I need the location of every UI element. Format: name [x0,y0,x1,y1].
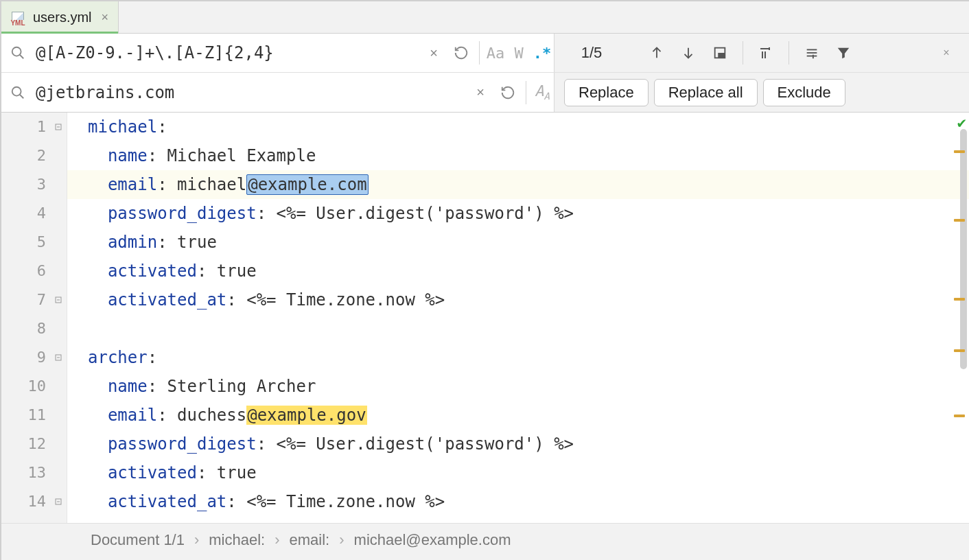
chevron-right-icon: › [339,531,344,549]
find-marker[interactable] [954,349,965,352]
tab-filename: users.yml [33,10,92,25]
svg-point-0 [12,47,21,56]
prev-match-icon[interactable] [644,40,670,66]
preserve-case-toggle[interactable]: AA [530,82,554,102]
tab-bar: YML users.yml × [1,1,969,34]
line-number: 6 [1,257,46,285]
code-line[interactable]: admin: true [67,228,969,257]
clear-find-icon[interactable]: × [420,39,447,67]
chevron-right-icon: › [275,531,279,549]
select-all-icon[interactable] [707,40,733,66]
find-marker[interactable] [954,298,965,301]
svg-line-13 [20,94,24,98]
code-line[interactable]: email: duchess@example.gov [67,401,969,430]
replace-input[interactable] [34,82,467,103]
breadcrumb-item[interactable]: Document 1/1 [91,531,185,549]
new-window-icon[interactable] [753,40,779,66]
replace-all-button[interactable]: Replace all [654,79,758,106]
code-line[interactable]: password_digest: <%= User.digest('passwo… [67,199,969,228]
find-replace-panel: × Aa W .* 1/5 [1,34,969,113]
line-number: 10 [1,372,46,401]
whole-word-toggle[interactable]: W [507,45,530,62]
regex-toggle[interactable]: .* [530,45,554,62]
line-number: 2 [1,141,46,170]
line-number: 14 [1,487,46,516]
settings-icon[interactable] [799,40,825,66]
find-marker[interactable] [954,415,965,417]
fold-icon[interactable] [54,498,62,506]
tab-close-icon[interactable]: × [102,10,109,25]
marker-strip: ✔ [951,113,969,523]
clear-replace-icon[interactable]: × [467,79,494,106]
chevron-right-icon: › [194,531,199,549]
close-panel-icon[interactable]: × [933,40,959,66]
code-line[interactable]: activated: true [67,257,969,285]
breadcrumb-item[interactable]: email: [290,531,330,549]
match-counter: 1/5 [564,44,619,62]
breadcrumb: Document 1/1›michael:›email:›michael@exa… [1,523,969,556]
fold-icon[interactable] [54,123,62,131]
file-tab[interactable]: YML users.yml × [1,1,119,33]
replace-icon [1,85,34,100]
breadcrumb-item[interactable]: michael@example.com [354,531,511,549]
breadcrumb-item[interactable]: michael: [209,531,265,549]
gutter: 1234567891011121314 [1,113,67,523]
scrollbar-thumb[interactable] [960,129,967,369]
find-input[interactable] [34,43,420,63]
line-number: 7 [1,285,46,314]
fold-icon[interactable] [54,296,62,304]
code-line[interactable]: activated: true [67,458,969,487]
next-match-icon[interactable] [675,40,701,66]
inspection-ok-icon: ✔ [957,114,966,131]
code-line[interactable]: activated_at: <%= Time.zone.now %> [67,487,969,516]
svg-line-1 [20,55,24,59]
line-number: 3 [1,170,46,199]
line-number: 4 [1,199,46,228]
line-number: 1 [1,113,46,141]
filetype-icon: YML [8,8,27,27]
code-line[interactable]: name: Michael Example [67,141,969,170]
replace-button[interactable]: Replace [564,79,649,106]
search-match: @example.gov [246,406,366,425]
line-number: 12 [1,430,46,458]
line-number: 13 [1,458,46,487]
code-line[interactable]: name: Sterling Archer [67,372,969,401]
exclude-button[interactable]: Exclude [763,79,845,106]
editor[interactable]: 1234567891011121314 michael: name: Micha… [1,113,969,523]
line-number: 5 [1,228,46,257]
code-line[interactable] [67,314,969,343]
find-marker[interactable] [954,150,965,153]
svg-point-12 [12,86,21,95]
find-marker[interactable] [954,219,965,222]
search-icon [1,45,34,60]
find-history-icon[interactable] [447,39,475,67]
code-line[interactable]: michael: [67,113,969,141]
code-line[interactable]: activated_at: <%= Time.zone.now %> [67,285,969,314]
code-line[interactable]: password_digest: <%= User.digest('passwo… [67,430,969,458]
code-line[interactable]: email: michael@example.com [67,170,969,199]
code-line[interactable]: archer: [67,343,969,372]
fold-icon[interactable] [54,353,62,362]
replace-history-icon[interactable] [494,79,522,106]
line-number: 8 [1,314,46,343]
line-number: 9 [1,343,46,372]
line-number: 11 [1,401,46,430]
search-match: @example.com [246,174,368,195]
filter-icon[interactable] [830,40,856,66]
svg-rect-5 [718,53,725,58]
code-area[interactable]: michael: name: Michael Example email: mi… [67,113,969,523]
match-case-toggle[interactable]: Aa [484,45,507,62]
